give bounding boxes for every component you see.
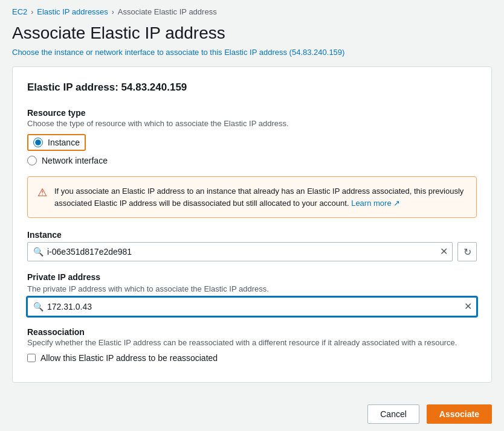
reassociation-checkbox-label: Allow this Elastic IP address to be reas…: [40, 353, 218, 363]
radio-network-interface-input[interactable]: [27, 156, 37, 165]
associate-button[interactable]: Associate: [427, 404, 492, 424]
instance-label: Instance: [27, 230, 477, 240]
learn-more-link[interactable]: Learn more ↗: [351, 199, 400, 208]
page-title: Associate Elastic IP address: [0, 21, 504, 48]
instance-input[interactable]: [27, 242, 453, 261]
reassociation-checkbox[interactable]: [27, 354, 36, 362]
private-ip-input[interactable]: [27, 297, 477, 316]
radio-instance[interactable]: Instance: [27, 134, 86, 151]
radio-network-interface-label: Network interface: [42, 156, 108, 165]
radio-network-interface[interactable]: Network interface: [27, 156, 477, 165]
associate-form-card: Elastic IP address: 54.83.240.159 Resour…: [12, 66, 492, 383]
resource-type-radio-group: Instance Network interface: [27, 134, 477, 165]
reassociation-checkbox-row: Allow this Elastic IP address to be reas…: [27, 353, 477, 363]
resource-type-label: Resource type: [27, 108, 477, 118]
resource-type-section: Resource type Choose the type of resourc…: [27, 108, 477, 165]
breadcrumb-sep-2: ›: [112, 8, 114, 16]
breadcrumb-current: Associate Elastic IP address: [118, 7, 217, 16]
breadcrumb-ec2[interactable]: EC2: [12, 7, 27, 16]
warning-text: If you associate an Elastic IP address t…: [54, 185, 467, 209]
footer-bar: Cancel Associate: [0, 395, 504, 431]
warning-icon: ⚠: [37, 186, 47, 199]
elastic-ip-header: Elastic IP address: 54.83.240.159: [27, 81, 477, 94]
private-ip-input-wrapper: 🔍 ✕: [27, 297, 477, 316]
instance-section: Instance 🔍 ✕ ↻: [27, 230, 477, 261]
private-ip-label: Private IP address: [27, 272, 477, 282]
refresh-icon: ↻: [464, 246, 471, 258]
instance-input-row: 🔍 ✕ ↻: [27, 242, 477, 261]
reassociation-label: Reassociation: [27, 327, 477, 337]
breadcrumb: EC2 › Elastic IP addresses › Associate E…: [0, 0, 504, 21]
warning-box: ⚠ If you associate an Elastic IP address…: [27, 176, 477, 218]
warning-message: If you associate an Elastic IP address t…: [54, 187, 464, 208]
private-ip-clear-button[interactable]: ✕: [464, 302, 472, 311]
reassociation-section: Reassociation Specify whether the Elasti…: [27, 327, 477, 363]
radio-instance-label: Instance: [48, 138, 80, 147]
breadcrumb-sep-1: ›: [31, 8, 33, 16]
learn-more-text: Learn more: [351, 199, 391, 208]
resource-type-desc: Choose the type of resource with which t…: [27, 119, 477, 128]
instance-input-wrapper: 🔍 ✕: [27, 242, 453, 261]
page-subtitle: Choose the instance or network interface…: [0, 48, 504, 66]
breadcrumb-elastic-ips[interactable]: Elastic IP addresses: [37, 7, 108, 16]
cancel-button[interactable]: Cancel: [367, 404, 419, 424]
instance-clear-button[interactable]: ✕: [440, 247, 448, 257]
main-content: Elastic IP address: 54.83.240.159 Resour…: [0, 66, 504, 395]
private-ip-section: Private IP address The private IP addres…: [27, 272, 477, 316]
private-ip-hint: The private IP address with which to ass…: [27, 284, 477, 293]
instance-refresh-button[interactable]: ↻: [457, 242, 477, 261]
radio-instance-input[interactable]: [33, 138, 43, 147]
reassociation-desc: Specify whether the Elastic IP address c…: [27, 338, 477, 347]
